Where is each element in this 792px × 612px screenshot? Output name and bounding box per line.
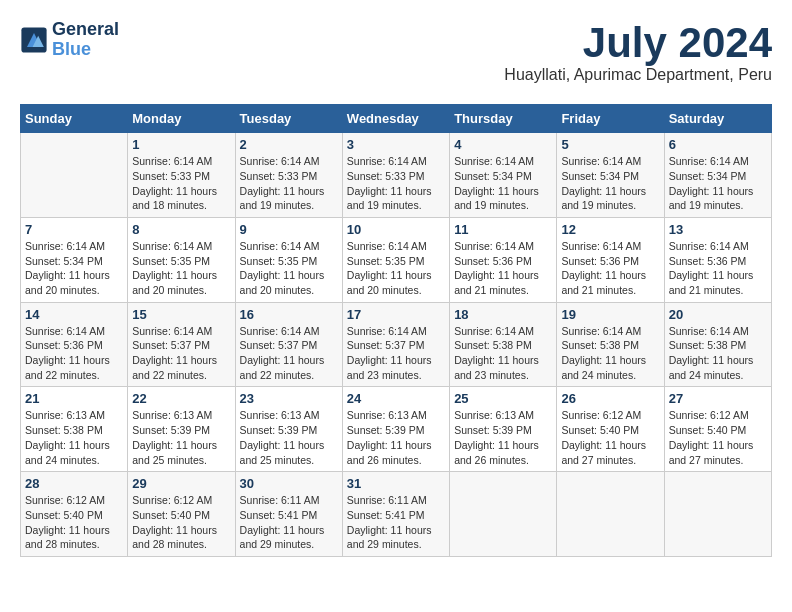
calendar-week-row: 28Sunrise: 6:12 AM Sunset: 5:40 PM Dayli… xyxy=(21,472,772,557)
day-info: Sunrise: 6:14 AM Sunset: 5:35 PM Dayligh… xyxy=(347,239,445,298)
day-info: Sunrise: 6:14 AM Sunset: 5:38 PM Dayligh… xyxy=(669,324,767,383)
calendar-week-row: 7Sunrise: 6:14 AM Sunset: 5:34 PM Daylig… xyxy=(21,217,772,302)
logo: GeneralBlue xyxy=(20,20,119,60)
day-number: 28 xyxy=(25,476,123,491)
day-number: 31 xyxy=(347,476,445,491)
day-number: 13 xyxy=(669,222,767,237)
calendar-cell: 22Sunrise: 6:13 AM Sunset: 5:39 PM Dayli… xyxy=(128,387,235,472)
calendar-cell: 5Sunrise: 6:14 AM Sunset: 5:34 PM Daylig… xyxy=(557,133,664,218)
day-info: Sunrise: 6:14 AM Sunset: 5:33 PM Dayligh… xyxy=(347,154,445,213)
day-number: 17 xyxy=(347,307,445,322)
calendar-cell: 21Sunrise: 6:13 AM Sunset: 5:38 PM Dayli… xyxy=(21,387,128,472)
calendar-cell: 6Sunrise: 6:14 AM Sunset: 5:34 PM Daylig… xyxy=(664,133,771,218)
day-number: 5 xyxy=(561,137,659,152)
calendar-header-row: SundayMondayTuesdayWednesdayThursdayFrid… xyxy=(21,105,772,133)
day-number: 8 xyxy=(132,222,230,237)
day-info: Sunrise: 6:12 AM Sunset: 5:40 PM Dayligh… xyxy=(561,408,659,467)
day-info: Sunrise: 6:12 AM Sunset: 5:40 PM Dayligh… xyxy=(132,493,230,552)
calendar-cell: 13Sunrise: 6:14 AM Sunset: 5:36 PM Dayli… xyxy=(664,217,771,302)
calendar-cell: 20Sunrise: 6:14 AM Sunset: 5:38 PM Dayli… xyxy=(664,302,771,387)
calendar-week-row: 21Sunrise: 6:13 AM Sunset: 5:38 PM Dayli… xyxy=(21,387,772,472)
day-number: 3 xyxy=(347,137,445,152)
day-number: 15 xyxy=(132,307,230,322)
calendar-cell: 27Sunrise: 6:12 AM Sunset: 5:40 PM Dayli… xyxy=(664,387,771,472)
location: Huayllati, Apurimac Department, Peru xyxy=(504,66,772,84)
day-number: 26 xyxy=(561,391,659,406)
day-number: 29 xyxy=(132,476,230,491)
day-info: Sunrise: 6:13 AM Sunset: 5:38 PM Dayligh… xyxy=(25,408,123,467)
day-header-monday: Monday xyxy=(128,105,235,133)
day-info: Sunrise: 6:14 AM Sunset: 5:35 PM Dayligh… xyxy=(132,239,230,298)
day-info: Sunrise: 6:14 AM Sunset: 5:38 PM Dayligh… xyxy=(561,324,659,383)
day-number: 1 xyxy=(132,137,230,152)
day-info: Sunrise: 6:14 AM Sunset: 5:34 PM Dayligh… xyxy=(454,154,552,213)
day-number: 19 xyxy=(561,307,659,322)
logo-icon xyxy=(20,26,48,54)
day-header-thursday: Thursday xyxy=(450,105,557,133)
day-number: 10 xyxy=(347,222,445,237)
day-info: Sunrise: 6:14 AM Sunset: 5:36 PM Dayligh… xyxy=(561,239,659,298)
calendar-cell: 12Sunrise: 6:14 AM Sunset: 5:36 PM Dayli… xyxy=(557,217,664,302)
calendar-cell: 8Sunrise: 6:14 AM Sunset: 5:35 PM Daylig… xyxy=(128,217,235,302)
day-number: 7 xyxy=(25,222,123,237)
calendar-cell xyxy=(664,472,771,557)
calendar-cell xyxy=(450,472,557,557)
calendar-body: 1Sunrise: 6:14 AM Sunset: 5:33 PM Daylig… xyxy=(21,133,772,557)
calendar-cell: 19Sunrise: 6:14 AM Sunset: 5:38 PM Dayli… xyxy=(557,302,664,387)
day-info: Sunrise: 6:14 AM Sunset: 5:37 PM Dayligh… xyxy=(347,324,445,383)
day-info: Sunrise: 6:14 AM Sunset: 5:33 PM Dayligh… xyxy=(240,154,338,213)
day-number: 21 xyxy=(25,391,123,406)
day-info: Sunrise: 6:13 AM Sunset: 5:39 PM Dayligh… xyxy=(132,408,230,467)
day-info: Sunrise: 6:13 AM Sunset: 5:39 PM Dayligh… xyxy=(347,408,445,467)
calendar-cell: 7Sunrise: 6:14 AM Sunset: 5:34 PM Daylig… xyxy=(21,217,128,302)
day-number: 11 xyxy=(454,222,552,237)
title-section: July 2024 Huayllati, Apurimac Department… xyxy=(504,20,772,94)
calendar-cell: 28Sunrise: 6:12 AM Sunset: 5:40 PM Dayli… xyxy=(21,472,128,557)
calendar-cell: 11Sunrise: 6:14 AM Sunset: 5:36 PM Dayli… xyxy=(450,217,557,302)
day-number: 6 xyxy=(669,137,767,152)
day-info: Sunrise: 6:13 AM Sunset: 5:39 PM Dayligh… xyxy=(240,408,338,467)
day-info: Sunrise: 6:14 AM Sunset: 5:34 PM Dayligh… xyxy=(25,239,123,298)
calendar-cell: 15Sunrise: 6:14 AM Sunset: 5:37 PM Dayli… xyxy=(128,302,235,387)
logo-text: GeneralBlue xyxy=(52,20,119,60)
day-number: 12 xyxy=(561,222,659,237)
calendar-cell: 4Sunrise: 6:14 AM Sunset: 5:34 PM Daylig… xyxy=(450,133,557,218)
calendar-cell xyxy=(21,133,128,218)
day-number: 2 xyxy=(240,137,338,152)
day-number: 30 xyxy=(240,476,338,491)
day-number: 18 xyxy=(454,307,552,322)
day-number: 16 xyxy=(240,307,338,322)
calendar-week-row: 14Sunrise: 6:14 AM Sunset: 5:36 PM Dayli… xyxy=(21,302,772,387)
calendar-cell: 23Sunrise: 6:13 AM Sunset: 5:39 PM Dayli… xyxy=(235,387,342,472)
calendar-table: SundayMondayTuesdayWednesdayThursdayFrid… xyxy=(20,104,772,557)
calendar-cell: 14Sunrise: 6:14 AM Sunset: 5:36 PM Dayli… xyxy=(21,302,128,387)
day-info: Sunrise: 6:14 AM Sunset: 5:38 PM Dayligh… xyxy=(454,324,552,383)
day-info: Sunrise: 6:13 AM Sunset: 5:39 PM Dayligh… xyxy=(454,408,552,467)
day-info: Sunrise: 6:14 AM Sunset: 5:34 PM Dayligh… xyxy=(669,154,767,213)
day-info: Sunrise: 6:12 AM Sunset: 5:40 PM Dayligh… xyxy=(25,493,123,552)
day-info: Sunrise: 6:14 AM Sunset: 5:36 PM Dayligh… xyxy=(454,239,552,298)
calendar-cell: 9Sunrise: 6:14 AM Sunset: 5:35 PM Daylig… xyxy=(235,217,342,302)
calendar-cell: 26Sunrise: 6:12 AM Sunset: 5:40 PM Dayli… xyxy=(557,387,664,472)
calendar-cell: 17Sunrise: 6:14 AM Sunset: 5:37 PM Dayli… xyxy=(342,302,449,387)
calendar-cell xyxy=(557,472,664,557)
day-number: 25 xyxy=(454,391,552,406)
calendar-cell: 10Sunrise: 6:14 AM Sunset: 5:35 PM Dayli… xyxy=(342,217,449,302)
day-header-tuesday: Tuesday xyxy=(235,105,342,133)
day-number: 14 xyxy=(25,307,123,322)
day-info: Sunrise: 6:14 AM Sunset: 5:35 PM Dayligh… xyxy=(240,239,338,298)
day-header-sunday: Sunday xyxy=(21,105,128,133)
day-header-friday: Friday xyxy=(557,105,664,133)
day-info: Sunrise: 6:14 AM Sunset: 5:36 PM Dayligh… xyxy=(669,239,767,298)
day-number: 20 xyxy=(669,307,767,322)
calendar-cell: 25Sunrise: 6:13 AM Sunset: 5:39 PM Dayli… xyxy=(450,387,557,472)
calendar-cell: 18Sunrise: 6:14 AM Sunset: 5:38 PM Dayli… xyxy=(450,302,557,387)
day-info: Sunrise: 6:12 AM Sunset: 5:40 PM Dayligh… xyxy=(669,408,767,467)
day-number: 22 xyxy=(132,391,230,406)
month-year: July 2024 xyxy=(504,20,772,66)
calendar-cell: 16Sunrise: 6:14 AM Sunset: 5:37 PM Dayli… xyxy=(235,302,342,387)
calendar-cell: 3Sunrise: 6:14 AM Sunset: 5:33 PM Daylig… xyxy=(342,133,449,218)
calendar-cell: 2Sunrise: 6:14 AM Sunset: 5:33 PM Daylig… xyxy=(235,133,342,218)
calendar-cell: 31Sunrise: 6:11 AM Sunset: 5:41 PM Dayli… xyxy=(342,472,449,557)
day-number: 4 xyxy=(454,137,552,152)
